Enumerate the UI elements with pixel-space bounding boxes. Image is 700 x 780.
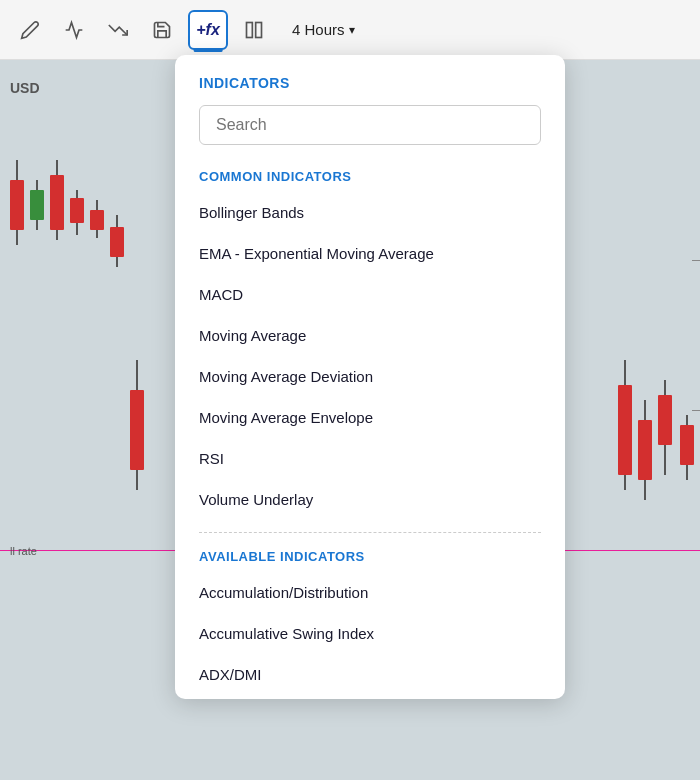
list-item[interactable]: Bollinger Bands bbox=[199, 192, 541, 233]
rate-label: ll rate bbox=[10, 545, 37, 557]
indicators-panel: INDICATORS COMMON INDICATORS Bollinger B… bbox=[175, 55, 565, 699]
section-divider bbox=[199, 532, 541, 533]
list-item[interactable]: ADX/DMI bbox=[199, 654, 541, 695]
toolbar: +fx 4 Hours ▾ bbox=[0, 0, 700, 60]
fx-label: +fx bbox=[196, 21, 220, 39]
available-indicators-section: AVAILABLE INDICATORS Accumulation/Distri… bbox=[175, 541, 565, 699]
area-chart-icon[interactable] bbox=[56, 12, 92, 48]
list-item[interactable]: Accumulative Swing Index bbox=[199, 613, 541, 654]
compare-icon[interactable] bbox=[236, 12, 272, 48]
list-item[interactable]: MACD bbox=[199, 274, 541, 315]
hours-label: 4 Hours bbox=[292, 21, 345, 38]
panel-header: INDICATORS bbox=[175, 55, 565, 157]
available-section-title: AVAILABLE INDICATORS bbox=[199, 549, 541, 564]
list-item[interactable]: EMA - Exponential Moving Average bbox=[199, 233, 541, 274]
chevron-down-icon: ▾ bbox=[349, 23, 355, 37]
svg-rect-1 bbox=[256, 22, 262, 37]
list-item[interactable]: Moving Average bbox=[199, 315, 541, 356]
pencil-icon[interactable] bbox=[12, 12, 48, 48]
common-section-title: COMMON INDICATORS bbox=[199, 169, 541, 184]
svg-rect-0 bbox=[247, 22, 253, 37]
panel-title: INDICATORS bbox=[199, 75, 541, 91]
hours-button[interactable]: 4 Hours ▾ bbox=[280, 15, 367, 44]
list-item[interactable]: Volume Underlay bbox=[199, 479, 541, 520]
common-indicators-section: COMMON INDICATORS Bollinger Bands EMA - … bbox=[175, 157, 565, 524]
list-item[interactable]: RSI bbox=[199, 438, 541, 479]
trend-icon[interactable] bbox=[100, 12, 136, 48]
search-input[interactable] bbox=[199, 105, 541, 145]
save-icon[interactable] bbox=[144, 12, 180, 48]
list-item[interactable]: Moving Average Envelope bbox=[199, 397, 541, 438]
list-item[interactable]: Moving Average Deviation bbox=[199, 356, 541, 397]
fx-button[interactable]: +fx bbox=[188, 10, 228, 50]
pair-label: USD bbox=[10, 80, 40, 96]
list-item[interactable]: Accumulation/Distribution bbox=[199, 572, 541, 613]
